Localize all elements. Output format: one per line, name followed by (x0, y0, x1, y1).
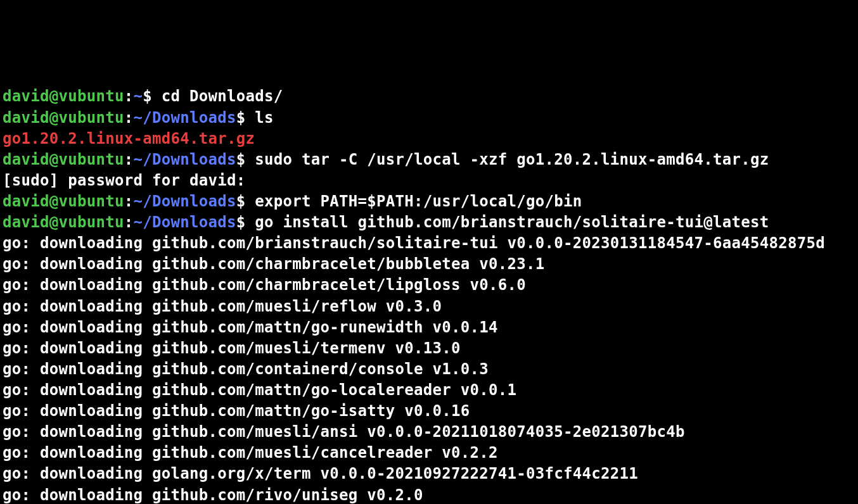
download-line: go: downloading github.com/mattn/go-loca… (3, 380, 855, 401)
prompt-line-3: david@vubuntu:~/Downloads$ sudo tar -C /… (3, 149, 855, 170)
download-line: go: downloading github.com/containerd/co… (3, 359, 855, 380)
terminal-output[interactable]: david@vubuntu:~$ cd Downloads/david@vubu… (3, 86, 855, 504)
command: cd Downloads/ (162, 87, 283, 105)
download-line: go: downloading github.com/muesli/reflow… (3, 296, 855, 317)
download-line: go: downloading github.com/mattn/go-isat… (3, 401, 855, 422)
prompt-line-2: david@vubuntu:~/Downloads$ ls (3, 108, 855, 129)
path: ~/Downloads (134, 109, 236, 127)
download-line: go: downloading golang.org/x/term v0.0.0… (3, 463, 855, 484)
path: ~/Downloads (134, 192, 236, 210)
sudo-prompt: [sudo] password for david: (3, 170, 855, 191)
download-line: go: downloading github.com/muesli/termen… (3, 338, 855, 359)
path: ~ (134, 87, 143, 105)
command: sudo tar -C /usr/local -xzf go1.20.2.lin… (255, 151, 769, 168)
ls-output: go1.20.2.linux-amd64.tar.gz (3, 129, 855, 149)
path: ~/Downloads (134, 213, 236, 231)
download-line: go: downloading github.com/muesli/ansi v… (3, 422, 855, 443)
command: go install github.com/brianstrauch/solit… (255, 213, 769, 231)
prompt-line-4: david@vubuntu:~/Downloads$ export PATH=$… (3, 191, 855, 212)
user-host: david@vubuntu (3, 151, 124, 168)
download-line: go: downloading github.com/charmbracelet… (3, 275, 855, 296)
download-line: go: downloading github.com/brianstrauch/… (3, 233, 855, 254)
prompt-line-1: david@vubuntu:~$ cd Downloads/ (3, 86, 855, 107)
user-host: david@vubuntu (3, 109, 124, 127)
download-line: go: downloading github.com/rivo/uniseg v… (3, 485, 855, 504)
user-host: david@vubuntu (3, 213, 124, 231)
download-line: go: downloading github.com/muesli/cancel… (3, 443, 855, 463)
command: export PATH=$PATH:/usr/local/go/bin (255, 192, 582, 210)
path: ~/Downloads (134, 151, 236, 168)
download-line: go: downloading github.com/charmbracelet… (3, 254, 855, 275)
command: ls (255, 109, 274, 127)
download-line: go: downloading github.com/mattn/go-rune… (3, 317, 855, 338)
prompt-line-5: david@vubuntu:~/Downloads$ go install gi… (3, 212, 855, 233)
user-host: david@vubuntu (3, 192, 124, 210)
user-host: david@vubuntu (3, 87, 124, 105)
